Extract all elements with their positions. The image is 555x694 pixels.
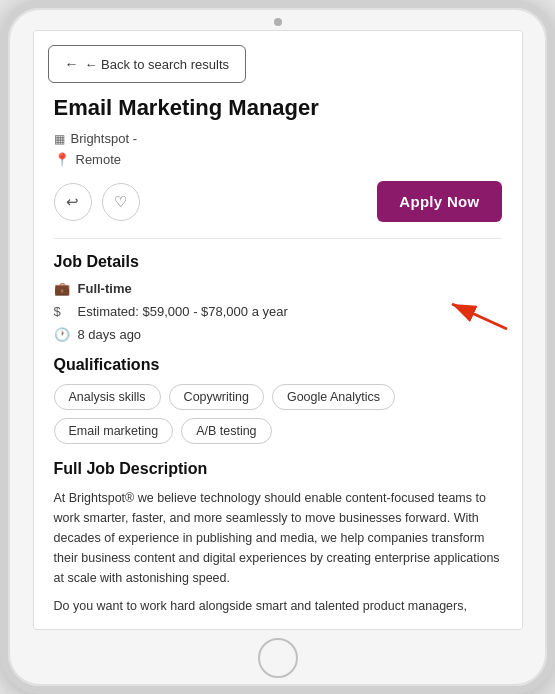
heart-icon: ♡ <box>114 193 127 211</box>
job-title: Email Marketing Manager <box>54 95 502 121</box>
apply-now-button[interactable]: Apply Now <box>377 181 501 222</box>
dollar-icon: $ <box>54 304 70 319</box>
employment-type-row: 💼 Full-time <box>54 281 502 296</box>
save-button[interactable]: ♡ <box>102 183 140 221</box>
tag-google-analytics: Google Analytics <box>272 384 395 410</box>
employment-type: Full-time <box>78 281 132 296</box>
clock-icon: 🕐 <box>54 327 70 342</box>
actions-row: ↩ ♡ Apply Now <box>54 181 502 222</box>
tag-copywriting: Copywriting <box>169 384 264 410</box>
tablet-frame: ← ← Back to search results Email Marketi… <box>0 0 555 694</box>
back-to-search-button[interactable]: ← ← Back to search results <box>48 45 247 83</box>
qualifications-tags: Analysis skills Copywriting Google Analy… <box>54 384 502 444</box>
company-name: Brightspot - <box>71 131 137 146</box>
company-icon: ▦ <box>54 132 65 146</box>
divider <box>54 238 502 239</box>
home-bar <box>258 638 298 678</box>
description-paragraph-1: At Brightspot® we believe technology sho… <box>54 488 502 588</box>
job-details-title: Job Details <box>54 253 502 271</box>
tag-analysis-skills: Analysis skills <box>54 384 161 410</box>
salary-row: $ Estimated: $59,000 - $78,000 a year <box>54 304 502 319</box>
full-job-description-section: Full Job Description At Brightspot® we b… <box>54 460 502 616</box>
tablet-screen: ← ← Back to search results Email Marketi… <box>33 30 523 630</box>
share-button[interactable]: ↩ <box>54 183 92 221</box>
back-arrow-icon: ← <box>65 56 79 72</box>
tag-ab-testing: A/B testing <box>181 418 271 444</box>
salary-container: $ Estimated: $59,000 - $78,000 a year <box>54 304 502 319</box>
salary-text: Estimated: $59,000 - $78,000 a year <box>78 304 288 319</box>
briefcase-icon: 💼 <box>54 281 70 296</box>
share-icon: ↩ <box>66 193 79 211</box>
tablet-camera <box>274 18 282 26</box>
back-button-label: ← Back to search results <box>85 57 230 72</box>
location-icon: 📍 <box>54 152 70 167</box>
posted-row: 🕐 8 days ago <box>54 327 502 342</box>
qualifications-section: Qualifications Analysis skills Copywriti… <box>54 356 502 444</box>
company-row: ▦ Brightspot - <box>54 131 502 146</box>
content-area: Email Marketing Manager ▦ Brightspot - 📍… <box>34 95 522 630</box>
job-details-section: Job Details 💼 Full-time $ Estimated: $59… <box>54 253 502 342</box>
location-row: 📍 Remote <box>54 152 502 167</box>
location-text: Remote <box>76 152 122 167</box>
posted-text: 8 days ago <box>78 327 142 342</box>
description-paragraph-2: Do you want to work hard alongside smart… <box>54 596 502 616</box>
qualifications-title: Qualifications <box>54 356 502 374</box>
full-desc-title: Full Job Description <box>54 460 502 478</box>
icon-buttons-group: ↩ ♡ <box>54 183 140 221</box>
tag-email-marketing: Email marketing <box>54 418 174 444</box>
